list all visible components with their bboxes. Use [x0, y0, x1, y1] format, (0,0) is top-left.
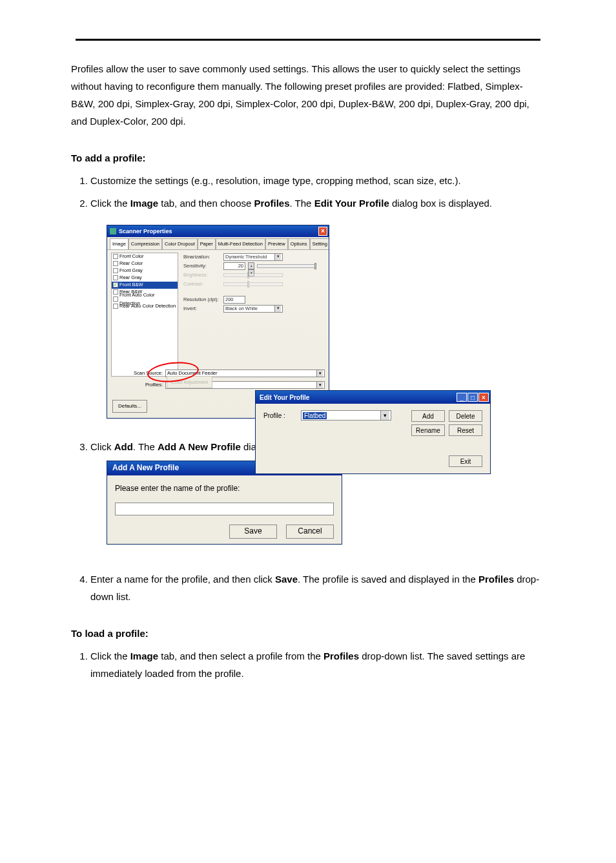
lower-settings: Scan Source: Auto Document Feeder ▾ Prof…: [111, 369, 325, 392]
exit-button[interactable]: Exit: [449, 455, 482, 467]
profile-name-input[interactable]: [115, 503, 334, 515]
binarization-label: Binarization:: [183, 253, 221, 262]
chevron-down-icon: ▾: [274, 306, 281, 312]
profile-dropdown[interactable]: Flatbed ▾: [301, 410, 391, 421]
maximize-icon[interactable]: □: [467, 393, 478, 402]
scanner-properties-window: Scanner Properties × Image Compression C…: [107, 225, 329, 419]
tab-options[interactable]: Options: [288, 238, 310, 249]
cancel-button[interactable]: Cancel: [286, 525, 334, 539]
tab-preview[interactable]: Preview: [265, 238, 288, 249]
checkbox-icon[interactable]: [113, 296, 118, 302]
checkbox-icon[interactable]: [113, 304, 118, 309]
add-profile-steps-cont2: Enter a name for the profile, and then c…: [71, 570, 545, 605]
load-step-1: Click the Image tab, and then select a p…: [90, 647, 545, 682]
add-prompt-text: Please enter the name of the profile:: [115, 482, 334, 496]
save-button[interactable]: Save: [229, 525, 277, 539]
checkbox-icon[interactable]: [113, 261, 118, 266]
load-profile-steps: Click the Image tab, and then select a p…: [71, 647, 545, 682]
edit-your-profile-window: Edit Your Profile _ □ × Profile : Flatbe…: [255, 390, 491, 474]
scanner-app-icon: [110, 228, 116, 234]
intro-text: Profiles allow the user to save commonly…: [71, 60, 545, 130]
tab-compression[interactable]: Compression: [128, 238, 162, 249]
scanner-titlebar: Scanner Properties ×: [107, 225, 329, 237]
profile-label: Profile :: [263, 412, 296, 419]
step-1: Customize the settings (e.g., resolution…: [90, 172, 545, 189]
contrast-label: Contrast:: [183, 280, 221, 289]
invert-dropdown[interactable]: Black on White ▾: [223, 305, 283, 313]
checkbox-icon[interactable]: [113, 289, 118, 295]
list-item[interactable]: Rear Auto Color Detection: [112, 303, 178, 310]
resolution-label: Resolution (dpi):: [183, 295, 221, 304]
step-2: Click the Image tab, and then choose Pro…: [90, 194, 545, 212]
chevron-down-icon: ▾: [274, 254, 281, 260]
add-title-text: Add A New Profile: [112, 461, 179, 475]
rename-button[interactable]: Rename: [411, 424, 445, 436]
add-button[interactable]: Add: [411, 410, 445, 422]
tab-image[interactable]: Image: [110, 238, 128, 249]
close-icon[interactable]: ×: [318, 227, 327, 236]
add-profile-heading: To add a profile:: [71, 149, 545, 167]
chevron-down-icon: ▾: [316, 382, 323, 388]
tab-color-dropout[interactable]: Color Dropout: [162, 238, 198, 249]
step-4: Enter a name for the profile, and then c…: [90, 570, 545, 605]
tab-setting[interactable]: Setting: [310, 238, 329, 249]
scan-source-label: Scan Source:: [111, 369, 163, 378]
checkbox-icon[interactable]: [113, 268, 118, 273]
reset-button[interactable]: Reset: [449, 424, 482, 436]
settings-panel: Binarization: Dynamic Threshold ▾ Sensit…: [178, 253, 325, 377]
scanner-tabs: Image Compression Color Dropout Paper Mu…: [107, 237, 329, 250]
brightness-slider: [223, 273, 283, 277]
color-adjustment-button: Color Adjustment: [167, 376, 212, 389]
tab-multi-feed[interactable]: Multi-Feed Detection: [216, 238, 265, 249]
checkbox-icon[interactable]: [113, 254, 118, 259]
tab-paper[interactable]: Paper: [198, 238, 216, 249]
edit-titlebar: Edit Your Profile _ □ ×: [256, 391, 490, 404]
checkbox-icon[interactable]: [113, 275, 118, 280]
sensitivity-input[interactable]: 20: [223, 262, 245, 270]
add-profile-steps: Customize the settings (e.g., resolution…: [71, 172, 545, 212]
resolution-input[interactable]: 200: [223, 296, 245, 304]
defaults-button[interactable]: Defaults...: [112, 400, 147, 413]
edit-title-text: Edit Your Profile: [260, 394, 309, 401]
contrast-slider: [223, 282, 283, 286]
image-selection-box: Front Color Rear Color Front Gray Rear G…: [111, 253, 178, 377]
scanner-title-text: Scanner Properties: [119, 226, 172, 236]
checkbox-icon[interactable]: ✓: [113, 282, 118, 287]
binarization-dropdown[interactable]: Dynamic Threshold ▾: [223, 253, 283, 261]
chevron-down-icon: ▾: [316, 370, 323, 377]
profiles-label: Profiles:: [111, 380, 163, 390]
load-profile-heading: To load a profile:: [71, 625, 545, 642]
brightness-label: Brightness:: [183, 271, 221, 280]
sensitivity-spinner[interactable]: ▴▾: [248, 262, 254, 270]
invert-label: Invert:: [183, 304, 221, 313]
close-icon[interactable]: ×: [478, 393, 489, 402]
delete-button[interactable]: Delete: [449, 410, 482, 422]
minimize-icon[interactable]: _: [457, 393, 467, 402]
chevron-down-icon: ▾: [380, 411, 389, 420]
horizontal-rule: [76, 39, 540, 41]
sensitivity-label: Sensitivity:: [183, 262, 221, 271]
sensitivity-slider[interactable]: [257, 264, 316, 268]
